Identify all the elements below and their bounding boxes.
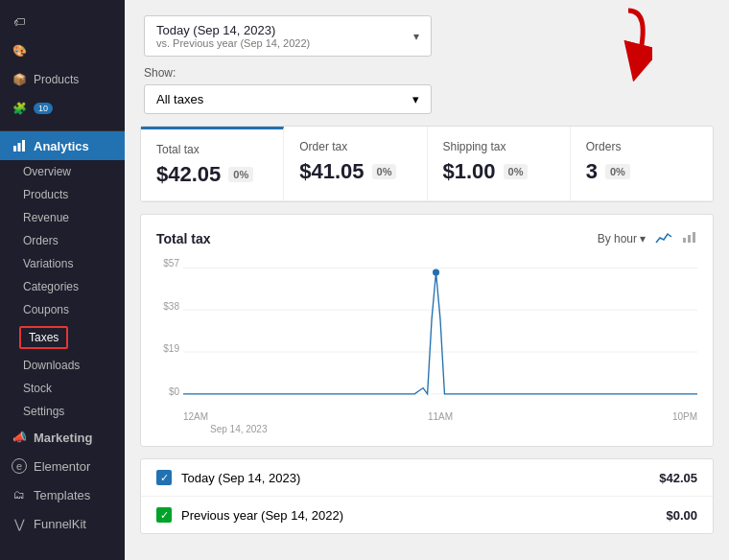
legend-row-today: ✓ Today (Sep 14, 2023) $42.05 [141, 459, 713, 497]
legend-prev-label: Previous year (Sep 14, 2022) [181, 508, 343, 523]
by-hour-button[interactable]: By hour ▾ [598, 232, 646, 245]
y-axis-labels: $57 $38 $19 $0 [156, 258, 183, 397]
marketing-label: Marketing [34, 431, 92, 445]
chart-header: Total tax By hour ▾ [156, 230, 697, 246]
legend-today-value: $42.05 [659, 471, 697, 485]
submenu-orders[interactable]: Orders [0, 229, 125, 252]
submenu-revenue[interactable]: Revenue [0, 206, 125, 229]
legend-left-prev: ✓ Previous year (Sep 14, 2022) [156, 507, 343, 523]
shipping-tax-label: Shipping tax [443, 140, 554, 153]
y-label-38: $38 [156, 301, 179, 312]
chart-wrapper: $57 $38 $19 $0 12AM 11AM [156, 258, 697, 431]
elementor-label: Elementor [34, 459, 90, 474]
x-label-10pm: 10PM [672, 411, 697, 422]
total-tax-value: $42.05 0% [156, 162, 268, 187]
x-label-11am: 11AM [428, 411, 453, 422]
funnelkit-label: FunnelKit [34, 517, 86, 531]
svg-rect-0 [13, 146, 16, 152]
submenu-taxes[interactable]: Taxes [0, 321, 125, 354]
submenu-downloads[interactable]: Downloads [0, 354, 125, 377]
sidebar-item-tags[interactable]: 🏷 [0, 8, 125, 36]
chart-section: Total tax By hour ▾ [140, 214, 714, 447]
chart-controls: By hour ▾ [598, 230, 697, 246]
today-check-icon[interactable]: ✓ [156, 470, 172, 485]
stat-order-tax[interactable]: Order tax $41.05 0% [284, 127, 427, 200]
sidebar: 🏷 🎨 📦 Products 🧩 10 Analytics Overview [0, 0, 125, 560]
show-dropdown[interactable]: All taxes ▾ [144, 84, 432, 114]
submenu-variations[interactable]: Variations [0, 252, 125, 275]
sidebar-item-products[interactable]: 📦 Products [0, 65, 125, 94]
submenu-settings[interactable]: Settings [0, 400, 125, 423]
sidebar-item-marketing[interactable]: 📣 Marketing [0, 423, 125, 452]
date-sub: vs. Previous year (Sep 14, 2022) [156, 37, 310, 49]
line-chart-icon-button[interactable] [655, 230, 672, 246]
stats-cards: Total tax $42.05 0% Order tax $41.05 0% … [140, 126, 714, 202]
chevron-down-icon: ▾ [640, 232, 646, 245]
analytics-submenu: Overview Products Revenue Orders Variati… [0, 160, 125, 423]
legend-prev-value: $0.00 [666, 508, 697, 523]
svg-rect-2 [22, 140, 25, 152]
x-label-12am: 12AM [183, 411, 208, 422]
sidebar-item-analytics[interactable]: Analytics [0, 131, 125, 160]
svg-rect-3 [683, 238, 686, 243]
svg-rect-4 [688, 235, 691, 243]
total-tax-pct: 0% [228, 167, 253, 182]
svg-rect-5 [693, 232, 695, 243]
submenu-categories[interactable]: Categories [0, 275, 125, 298]
submenu-products[interactable]: Products [0, 183, 125, 206]
templates-label: Templates [34, 488, 90, 502]
tag-icon: 🏷 [12, 14, 27, 30]
bar-chart-icon-button[interactable] [682, 230, 697, 246]
megaphone-icon: 📣 [12, 430, 27, 445]
sidebar-item-customizer[interactable]: 🎨 [0, 36, 125, 65]
sidebar-top-items: 🏷 🎨 📦 Products 🧩 10 [0, 0, 125, 131]
legend-left-today: ✓ Today (Sep 14, 2023) [156, 470, 300, 485]
sidebar-products-label: Products [34, 73, 79, 86]
chart-title: Total tax [156, 231, 211, 246]
box-icon: 📦 [12, 72, 27, 87]
legend-section: ✓ Today (Sep 14, 2023) $42.05 ✓ Previous… [140, 458, 714, 534]
sidebar-item-funnelkit[interactable]: ⋁ FunnelKit [0, 509, 125, 538]
paint-icon: 🎨 [12, 43, 27, 58]
top-controls: Today (Sep 14, 2023) vs. Previous year (… [125, 0, 729, 126]
date-dropdown[interactable]: Today (Sep 14, 2023) vs. Previous year (… [144, 15, 432, 57]
sidebar-item-extensions[interactable]: 🧩 10 [0, 94, 125, 123]
order-tax-value: $41.05 0% [299, 159, 411, 184]
order-tax-pct: 0% [372, 164, 397, 179]
orders-label: Orders [586, 140, 697, 153]
legend-today-label: Today (Sep 14, 2023) [181, 471, 300, 485]
funnel-icon: ⋁ [12, 516, 27, 531]
stat-shipping-tax[interactable]: Shipping tax $1.00 0% [428, 127, 571, 200]
bar-chart-icon [12, 138, 27, 153]
stat-orders[interactable]: Orders 3 0% [571, 127, 713, 200]
submenu-coupons[interactable]: Coupons [0, 298, 125, 321]
order-tax-label: Order tax [299, 140, 411, 153]
date-chevron-icon: ▾ [413, 30, 419, 43]
submenu-overview[interactable]: Overview [0, 160, 125, 183]
submenu-stock[interactable]: Stock [0, 377, 125, 400]
show-value: All taxes [156, 92, 203, 106]
analytics-label: Analytics [34, 139, 89, 153]
sidebar-extensions-badge: 10 [34, 103, 53, 114]
chart-date-label: Sep 14, 2023 [183, 424, 697, 434]
total-tax-label: Total tax [156, 143, 268, 156]
sidebar-item-elementor[interactable]: e Elementor [0, 452, 125, 480]
x-axis-labels: 12AM 11AM 10PM [156, 409, 697, 422]
show-label: Show: [144, 66, 710, 80]
prev-year-check-icon[interactable]: ✓ [156, 507, 172, 523]
shipping-tax-pct: 0% [504, 164, 529, 179]
y-label-19: $19 [156, 343, 179, 354]
taxes-box[interactable]: Taxes [19, 326, 68, 349]
show-chevron-icon: ▾ [412, 92, 419, 106]
stat-total-tax[interactable]: Total tax $42.05 0% [141, 127, 284, 200]
template-icon: 🗂 [12, 487, 27, 502]
y-label-57: $57 [156, 258, 179, 268]
svg-point-10 [433, 268, 439, 275]
y-label-0: $0 [156, 386, 179, 397]
svg-rect-1 [18, 143, 21, 152]
stats-row: Total tax $42.05 0% Order tax $41.05 0% … [141, 127, 713, 201]
puzzle-icon: 🧩 [12, 101, 27, 116]
date-info: Today (Sep 14, 2023) vs. Previous year (… [156, 23, 310, 49]
date-main: Today (Sep 14, 2023) [156, 23, 310, 37]
sidebar-item-templates[interactable]: 🗂 Templates [0, 480, 125, 509]
